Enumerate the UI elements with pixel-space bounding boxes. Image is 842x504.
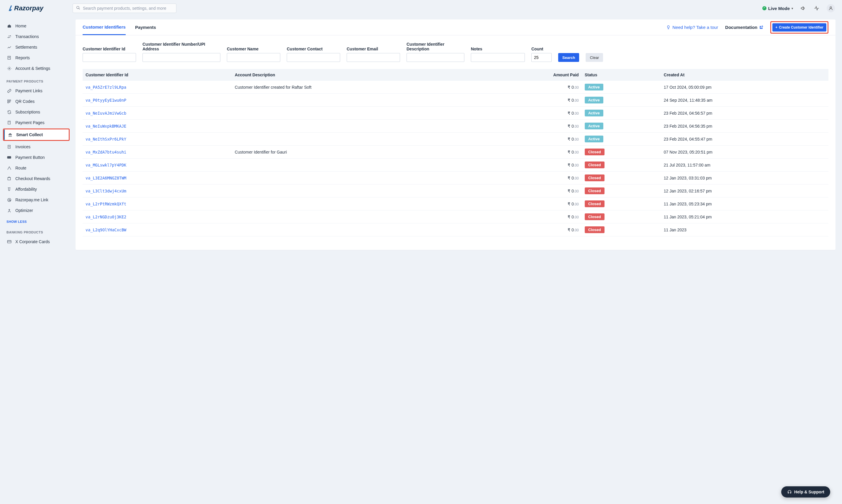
sidebar-item-home[interactable]: Home: [3, 21, 70, 31]
nav-icon: [6, 34, 12, 39]
sidebar-item-transactions[interactable]: Transactions: [3, 31, 70, 42]
sidebar-item-payment-pages[interactable]: Payment Pages: [3, 117, 70, 128]
top-bar: Razorpay Live Mode ▾: [0, 0, 842, 17]
nav-icon: [6, 120, 12, 125]
sidebar-item-qr-codes[interactable]: QR Codes: [3, 96, 70, 107]
cell-created: 17 Oct 2024, 05:00:09 pm: [661, 81, 828, 94]
profile-avatar[interactable]: [827, 4, 835, 12]
filter-input-notes[interactable]: [471, 53, 525, 62]
filter-input-name[interactable]: [227, 53, 280, 62]
sidebar-item-route[interactable]: Route: [3, 163, 70, 173]
cell-created: 23 Feb 2024, 04:55:47 pm: [661, 133, 828, 146]
table-row: va_L3E2A6MNGZ8TWM₹ 0.00Closed12 Jan 2023…: [83, 172, 828, 184]
tab-customer-identifiers[interactable]: Customer Identifiers: [83, 20, 126, 35]
search-button[interactable]: Search: [558, 53, 579, 62]
sidebar-item-razorpay-me-link[interactable]: Razorpay.me Link: [3, 195, 70, 205]
cell-created: 11 Jan 2023: [661, 223, 828, 236]
mode-switch[interactable]: Live Mode ▾: [762, 6, 793, 11]
svg-rect-8: [10, 100, 11, 101]
sidebar-item-settlements[interactable]: Settlements: [3, 42, 70, 52]
svg-rect-11: [8, 121, 10, 124]
cell-status: Closed: [582, 159, 661, 172]
cell-desc: [232, 107, 485, 120]
plus-icon: +: [775, 25, 777, 30]
sidebar: HomeTransactionsSettlementsReportsAccoun…: [0, 17, 73, 256]
identifiers-table: Customer Identifier Id Account Descripti…: [83, 69, 828, 236]
nav-label: Settlements: [15, 45, 37, 50]
svg-line-1: [79, 8, 80, 10]
filter-label-id: Customer Identifier Id: [83, 47, 136, 51]
identifier-link[interactable]: va_L2rPtRWzmkQXft: [86, 202, 126, 206]
create-customer-identifier-button[interactable]: + Create Customer Identifier: [772, 23, 826, 32]
sidebar-section-payment: PAYMENT PRODUCTS: [3, 74, 70, 86]
cell-created: 11 Jan 2023, 05:21:04 pm: [661, 211, 828, 223]
nav-label: Payment Pages: [15, 120, 45, 125]
clear-button[interactable]: Clear: [586, 53, 603, 62]
identifier-link[interactable]: va_MxZdA7btu4suhi: [86, 150, 126, 155]
cell-amount: ₹ 0.00: [485, 94, 582, 107]
sidebar-item-reports[interactable]: Reports: [3, 52, 70, 63]
cell-desc: [232, 159, 485, 172]
sidebar-item-payment-button[interactable]: Payment Button: [3, 152, 70, 163]
nav-icon: [6, 165, 12, 170]
brand-logo[interactable]: Razorpay: [7, 4, 73, 12]
nav-icon: [6, 109, 12, 115]
tab-payments[interactable]: Payments: [135, 20, 156, 35]
identifier-link[interactable]: va_L2rNGDzu0j3KE2: [86, 215, 126, 219]
sidebar-item-subscriptions[interactable]: Subscriptions: [3, 107, 70, 117]
sidebar-item-checkout-rewards[interactable]: Checkout Rewards: [3, 173, 70, 184]
identifier-link[interactable]: va_NeIthSxPr6LPkY: [86, 137, 126, 142]
sidebar-item-payment-links[interactable]: Payment Links: [3, 86, 70, 96]
cell-status: Closed: [582, 184, 661, 197]
cell-desc: [232, 120, 485, 133]
sidebar-item-smart-collect[interactable]: Smart Collect: [4, 129, 69, 140]
documentation-link[interactable]: Documentation: [725, 25, 763, 30]
announcements-icon[interactable]: [800, 5, 807, 12]
cell-desc: [232, 172, 485, 184]
filter-input-contact[interactable]: [287, 53, 340, 62]
filter-input-desc[interactable]: [407, 53, 464, 62]
table-row: va_NeIuvAJmiVwGcb₹ 0.00Active23 Feb 2024…: [83, 107, 828, 120]
need-help-link[interactable]: Need help? Take a tour: [666, 25, 718, 30]
filter-input-upi[interactable]: [142, 53, 220, 62]
nav-icon: [6, 99, 12, 104]
identifier-link[interactable]: va_NeIuvAJmiVwGcb: [86, 111, 126, 115]
status-badge: Active: [585, 136, 603, 142]
sidebar-item-x-corporate-cards[interactable]: X Corporate Cards: [3, 236, 70, 247]
filter-input-count[interactable]: [531, 53, 552, 62]
search-input[interactable]: [73, 3, 176, 13]
svg-point-0: [77, 6, 79, 8]
cell-desc: Customer Identifier created for Raftar S…: [232, 81, 485, 94]
cell-amount: ₹ 0.00: [485, 211, 582, 223]
sidebar-item-affordability[interactable]: Affordability: [3, 184, 70, 195]
cell-status: Closed: [582, 197, 661, 211]
cell-created: 12 Jan 2023, 02:16:57 pm: [661, 184, 828, 197]
status-badge: Closed: [585, 187, 604, 194]
identifier-link[interactable]: va_MGLswkl7pY4PDK: [86, 163, 126, 167]
status-badge: Active: [585, 84, 603, 90]
cell-amount: ₹ 0.00: [485, 81, 582, 94]
identifier-link[interactable]: va_L3E2A6MNGZ8TWM: [86, 176, 126, 180]
filter-input-id[interactable]: [83, 53, 136, 62]
external-link-icon: [759, 25, 763, 30]
filter-input-email[interactable]: [347, 53, 400, 62]
nav-icon: [6, 186, 12, 192]
identifier-link[interactable]: va_PA5ZrE7zl9LRpa: [86, 85, 126, 90]
identifier-link[interactable]: va_L2q9OlYHaCxcBW: [86, 228, 126, 232]
sidebar-item-invoices[interactable]: Invoices: [3, 142, 70, 152]
identifier-link[interactable]: va_P0tyyEyE1wu0nP: [86, 98, 126, 103]
status-badge: Active: [585, 123, 603, 129]
content-panel: Customer Identifiers Payments Need help?…: [75, 19, 836, 250]
cell-amount: ₹ 0.00: [485, 159, 582, 172]
th-desc: Account Description: [232, 69, 485, 81]
identifier-link[interactable]: va_L3Clt3dwj4cxUm: [86, 188, 126, 193]
sidebar-item-account-settings[interactable]: Account & Settings: [3, 63, 70, 74]
activity-icon[interactable]: [813, 5, 820, 12]
identifier-link[interactable]: va_NeIuWxpkBMKAJE: [86, 124, 126, 128]
nav-icon: [6, 88, 12, 93]
cell-desc: [232, 94, 485, 107]
smart-collect-highlight: Smart Collect: [3, 128, 70, 141]
show-less-toggle[interactable]: SHOW LESS: [3, 216, 70, 224]
sidebar-item-optimizer[interactable]: Optimizer: [3, 205, 70, 216]
filter-label-contact: Customer Contact: [287, 47, 340, 51]
